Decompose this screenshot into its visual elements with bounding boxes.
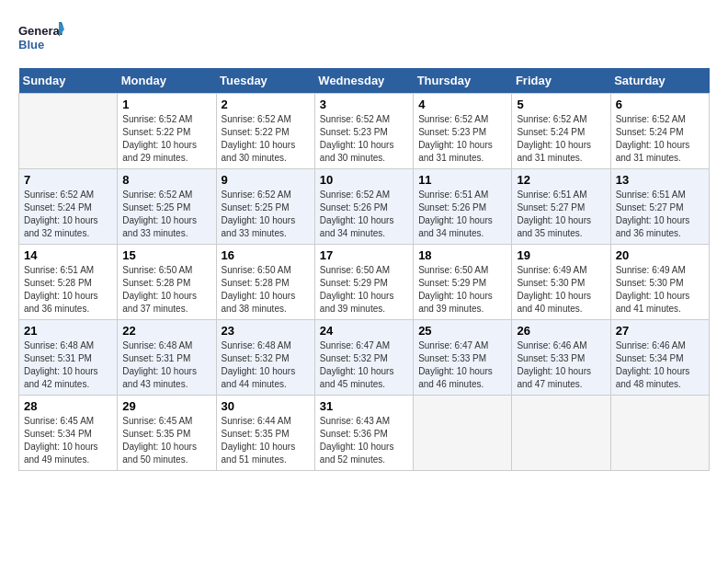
sunrise-text: Sunrise: 6:48 AM (222, 339, 310, 352)
calendar-cell: 28Sunrise: 6:45 AMSunset: 5:34 PMDayligh… (19, 396, 118, 471)
sunset-text: Sunset: 5:28 PM (122, 277, 210, 290)
daylight-line1: Daylight: 10 hours (122, 365, 210, 378)
sunrise-text: Sunrise: 6:48 AM (122, 339, 210, 352)
day-info: Sunrise: 6:52 AMSunset: 5:24 PMDaylight:… (517, 113, 605, 165)
sunset-text: Sunset: 5:29 PM (418, 277, 506, 290)
sunset-text: Sunset: 5:25 PM (122, 201, 210, 214)
daylight-line2: and 41 minutes. (616, 303, 704, 316)
day-number: 26 (517, 324, 605, 338)
sunrise-text: Sunrise: 6:50 AM (222, 264, 310, 277)
daylight-line1: Daylight: 10 hours (616, 139, 704, 152)
daylight-line1: Daylight: 10 hours (24, 441, 112, 454)
sunset-text: Sunset: 5:25 PM (222, 201, 310, 214)
day-number: 19 (517, 248, 605, 262)
sunrise-text: Sunrise: 6:51 AM (418, 189, 506, 201)
day-info: Sunrise: 6:52 AMSunset: 5:23 PMDaylight:… (320, 113, 408, 165)
daylight-line2: and 38 minutes. (222, 303, 310, 316)
daylight-line2: and 46 minutes. (418, 378, 506, 391)
sunset-text: Sunset: 5:33 PM (418, 352, 506, 365)
day-number: 28 (24, 399, 112, 413)
daylight-line2: and 30 minutes. (222, 152, 310, 165)
daylight-line1: Daylight: 10 hours (320, 441, 408, 454)
sunrise-text: Sunrise: 6:49 AM (517, 264, 605, 277)
day-info: Sunrise: 6:52 AMSunset: 5:25 PMDaylight:… (122, 189, 210, 240)
calendar-table: SundayMondayTuesdayWednesdayThursdayFrid… (18, 68, 710, 471)
sunset-text: Sunset: 5:36 PM (320, 428, 408, 441)
week-row-5: 28Sunrise: 6:45 AMSunset: 5:34 PMDayligh… (19, 396, 710, 471)
day-number: 14 (24, 248, 112, 262)
sunset-text: Sunset: 5:26 PM (320, 201, 408, 214)
sunset-text: Sunset: 5:22 PM (222, 126, 310, 139)
sunset-text: Sunset: 5:30 PM (517, 277, 605, 290)
daylight-line1: Daylight: 10 hours (418, 139, 506, 152)
daylight-line2: and 39 minutes. (320, 303, 408, 316)
sunrise-text: Sunrise: 6:47 AM (418, 339, 506, 352)
day-number: 18 (418, 248, 506, 262)
calendar-cell: 18Sunrise: 6:50 AMSunset: 5:29 PMDayligh… (414, 245, 512, 320)
sunset-text: Sunset: 5:24 PM (517, 126, 605, 139)
sunset-text: Sunset: 5:30 PM (616, 277, 704, 290)
day-info: Sunrise: 6:51 AMSunset: 5:27 PMDaylight:… (517, 189, 605, 240)
daylight-line2: and 37 minutes. (122, 303, 210, 316)
calendar-cell: 3Sunrise: 6:52 AMSunset: 5:23 PMDaylight… (314, 94, 413, 169)
day-number: 1 (122, 98, 210, 111)
daylight-line1: Daylight: 10 hours (122, 441, 210, 454)
day-number: 2 (222, 98, 310, 111)
daylight-line2: and 34 minutes. (418, 227, 506, 240)
daylight-line2: and 31 minutes. (616, 152, 704, 165)
day-number: 8 (122, 173, 210, 187)
day-info: Sunrise: 6:48 AMSunset: 5:31 PMDaylight:… (122, 339, 210, 391)
daylight-line2: and 39 minutes. (418, 303, 506, 316)
svg-text:General: General (18, 24, 63, 38)
sunrise-text: Sunrise: 6:43 AM (320, 415, 408, 428)
day-number: 13 (616, 173, 704, 187)
day-number: 23 (222, 324, 310, 338)
sunset-text: Sunset: 5:32 PM (320, 352, 408, 365)
day-info: Sunrise: 6:49 AMSunset: 5:30 PMDaylight:… (616, 264, 704, 316)
day-info: Sunrise: 6:44 AMSunset: 5:35 PMDaylight:… (222, 415, 310, 466)
daylight-line2: and 49 minutes. (24, 454, 112, 466)
sunrise-text: Sunrise: 6:51 AM (24, 264, 112, 277)
day-info: Sunrise: 6:47 AMSunset: 5:33 PMDaylight:… (418, 339, 506, 391)
daylight-line1: Daylight: 10 hours (517, 365, 605, 378)
day-info: Sunrise: 6:43 AMSunset: 5:36 PMDaylight:… (320, 415, 408, 466)
daylight-line2: and 42 minutes. (24, 378, 112, 391)
day-info: Sunrise: 6:52 AMSunset: 5:23 PMDaylight:… (418, 113, 506, 165)
daylight-line2: and 47 minutes. (517, 378, 605, 391)
sunrise-text: Sunrise: 6:52 AM (320, 113, 408, 126)
daylight-line2: and 31 minutes. (418, 152, 506, 165)
daylight-line2: and 35 minutes. (517, 227, 605, 240)
daylight-line2: and 48 minutes. (616, 378, 704, 391)
sunrise-text: Sunrise: 6:44 AM (222, 415, 310, 428)
weekday-header-saturday: Saturday (610, 68, 709, 94)
calendar-cell (610, 396, 709, 471)
day-number: 3 (320, 98, 408, 111)
day-info: Sunrise: 6:46 AMSunset: 5:34 PMDaylight:… (616, 339, 704, 391)
daylight-line2: and 50 minutes. (122, 454, 210, 466)
daylight-line1: Daylight: 10 hours (24, 290, 112, 303)
day-info: Sunrise: 6:52 AMSunset: 5:22 PMDaylight:… (222, 113, 310, 165)
daylight-line2: and 33 minutes. (222, 227, 310, 240)
day-info: Sunrise: 6:46 AMSunset: 5:33 PMDaylight:… (517, 339, 605, 391)
day-number: 5 (517, 98, 605, 111)
sunrise-text: Sunrise: 6:52 AM (222, 113, 310, 126)
sunrise-text: Sunrise: 6:47 AM (320, 339, 408, 352)
calendar-cell (19, 94, 118, 169)
daylight-line2: and 36 minutes. (616, 227, 704, 240)
calendar-cell: 16Sunrise: 6:50 AMSunset: 5:28 PMDayligh… (216, 245, 314, 320)
day-info: Sunrise: 6:48 AMSunset: 5:32 PMDaylight:… (222, 339, 310, 391)
calendar-cell: 10Sunrise: 6:52 AMSunset: 5:26 PMDayligh… (314, 169, 413, 245)
sunset-text: Sunset: 5:34 PM (24, 428, 112, 441)
daylight-line2: and 52 minutes. (320, 454, 408, 466)
daylight-line1: Daylight: 10 hours (418, 214, 506, 227)
calendar-cell: 1Sunrise: 6:52 AMSunset: 5:22 PMDaylight… (118, 94, 216, 169)
daylight-line1: Daylight: 10 hours (616, 214, 704, 227)
sunset-text: Sunset: 5:24 PM (616, 126, 704, 139)
sunset-text: Sunset: 5:23 PM (320, 126, 408, 139)
daylight-line1: Daylight: 10 hours (122, 139, 210, 152)
calendar-cell: 17Sunrise: 6:50 AMSunset: 5:29 PMDayligh… (314, 245, 413, 320)
day-info: Sunrise: 6:45 AMSunset: 5:34 PMDaylight:… (24, 415, 112, 466)
weekday-header-tuesday: Tuesday (216, 68, 314, 94)
weekday-header-wednesday: Wednesday (314, 68, 413, 94)
calendar-cell: 25Sunrise: 6:47 AMSunset: 5:33 PMDayligh… (414, 320, 512, 396)
